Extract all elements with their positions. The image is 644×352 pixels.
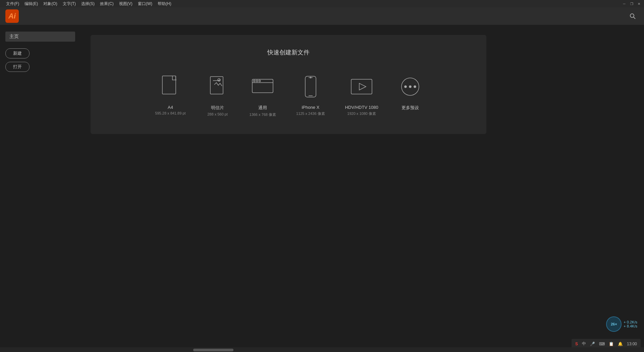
svg-rect-2: [162, 76, 176, 94]
menu-bar: 文件(F) 编辑(E) 对象(O) 文字(T) 选择(S) 效果(C) 视图(V…: [4, 0, 173, 7]
open-button[interactable]: 打开: [5, 62, 30, 72]
content-area: 快速创建新文件 A4 595.28 x 841.89 pt: [80, 25, 644, 352]
svg-point-0: [630, 14, 634, 17]
general-icon: [251, 73, 274, 100]
menu-help[interactable]: 帮助(H): [156, 0, 173, 7]
upload-speed: + 8.4K/s: [624, 324, 637, 328]
tray-sogou[interactable]: S: [574, 341, 579, 347]
hdtv-icon: [350, 73, 373, 100]
menu-object[interactable]: 对象(O): [41, 0, 59, 7]
window-controls: ─ ❐ ✕: [622, 0, 641, 7]
tray-keyboard[interactable]: ⌨: [598, 341, 606, 347]
sidebar-nav: 主页: [5, 32, 75, 42]
svg-point-11: [259, 80, 261, 82]
action-buttons: 新建 打开: [5, 48, 75, 72]
a4-icon: [159, 73, 182, 100]
hdtv-name: HDV/HDTV 1080: [345, 105, 378, 110]
a4-size: 595.28 x 841.89 pt: [155, 111, 185, 115]
quick-create-panel: 快速创建新文件 A4 595.28 x 841.89 pt: [91, 35, 486, 134]
postcard-name: 明信片: [211, 105, 224, 111]
minimize-button[interactable]: ─: [622, 1, 627, 6]
menu-effects[interactable]: 效果(C): [98, 0, 116, 7]
tray-clipboard[interactable]: 📋: [608, 341, 615, 347]
sidebar-item-home[interactable]: 主页: [5, 32, 75, 42]
general-name: 通用: [258, 105, 267, 111]
tray-mic[interactable]: 🎤: [589, 341, 596, 347]
svg-point-10: [256, 80, 258, 82]
svg-rect-16: [351, 79, 372, 94]
iphone-name: iPhone X: [302, 105, 319, 110]
template-a4[interactable]: A4 595.28 x 841.89 pt: [152, 70, 189, 121]
iphone-size: 1125 x 2436 像素: [296, 111, 325, 116]
new-button[interactable]: 新建: [5, 48, 30, 58]
sidebar: 主页 新建 打开: [0, 25, 80, 352]
network-speeds: + 0.2K/s + 8.4K/s: [624, 320, 637, 328]
titlebar: 文件(F) 编辑(E) 对象(O) 文字(T) 选择(S) 效果(C) 视图(V…: [0, 0, 644, 7]
menu-view[interactable]: 视图(V): [117, 0, 135, 7]
svg-marker-17: [359, 83, 366, 90]
template-more[interactable]: 更多预设: [395, 70, 425, 121]
scroll-thumb[interactable]: [193, 349, 233, 351]
svg-line-1: [634, 17, 636, 19]
menu-file[interactable]: 文件(F): [4, 0, 21, 7]
header: Ai: [0, 7, 644, 25]
hdtv-size: 1920 x 1080 像素: [347, 111, 376, 116]
svg-point-19: [405, 86, 407, 88]
close-button[interactable]: ✕: [637, 1, 641, 6]
svg-rect-12: [305, 76, 316, 97]
app-logo: Ai: [5, 9, 19, 23]
menu-edit[interactable]: 编辑(E): [22, 0, 40, 7]
search-button[interactable]: [628, 11, 637, 21]
template-postcard[interactable]: 明信片 288 x 560 pt: [203, 70, 233, 121]
download-speed: + 0.2K/s: [624, 320, 637, 324]
tray-bell[interactable]: 🔔: [617, 341, 624, 347]
postcard-icon: [206, 73, 229, 100]
main-layout: 主页 新建 打开 快速创建新文件 A4: [0, 25, 644, 352]
template-hdtv[interactable]: HDV/HDTV 1080 1920 x 1080 像素: [342, 70, 382, 121]
bottom-bar: [0, 347, 644, 352]
a4-name: A4: [168, 105, 173, 110]
menu-window[interactable]: 窗口(W): [136, 0, 154, 7]
menu-text[interactable]: 文字(T): [61, 0, 78, 7]
postcard-size: 288 x 560 pt: [207, 112, 228, 116]
quick-create-title: 快速创建新文件: [97, 48, 480, 56]
svg-rect-4: [210, 77, 223, 94]
network-speed-indicator: 26×: [606, 316, 622, 332]
network-widget: 26× + 0.2K/s + 8.4K/s: [606, 316, 637, 332]
more-icon: [398, 73, 422, 100]
menu-select[interactable]: 选择(S): [79, 0, 97, 7]
svg-point-20: [409, 86, 411, 88]
iphone-icon: [299, 73, 322, 100]
template-general[interactable]: 通用 1366 x 768 像素: [246, 70, 280, 121]
restore-button[interactable]: ❐: [629, 1, 634, 6]
template-iphone[interactable]: iPhone X 1125 x 2436 像素: [293, 70, 328, 121]
more-name: 更多预设: [401, 105, 419, 111]
svg-point-21: [414, 86, 416, 88]
svg-rect-7: [252, 79, 273, 93]
tray-ime[interactable]: 中: [581, 340, 587, 347]
template-grid: A4 595.28 x 841.89 pt 明信片: [97, 70, 480, 121]
tray-time: 13:00: [626, 341, 638, 347]
general-size: 1366 x 768 像素: [250, 112, 276, 117]
svg-point-9: [254, 80, 255, 82]
